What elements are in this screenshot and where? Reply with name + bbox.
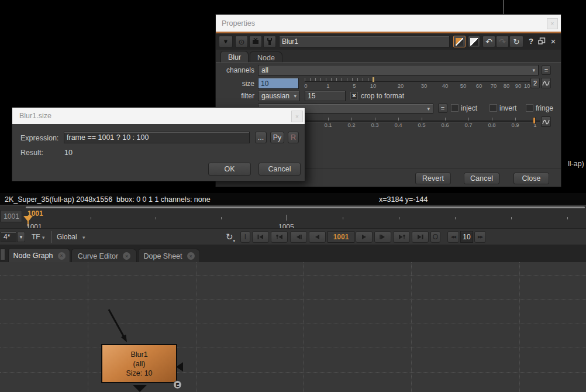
size-tick-label: 10 xyxy=(370,82,377,89)
node-color-swatch[interactable] xyxy=(453,36,466,47)
mask-equals-button[interactable]: = xyxy=(438,104,447,113)
tab-close-icon[interactable]: × xyxy=(187,252,195,260)
properties-close-button[interactable]: × xyxy=(547,18,558,29)
tab-blur-label: Blur xyxy=(228,53,241,61)
tab-dope-sheet-label: Dope Sheet xyxy=(143,252,182,260)
redo-button[interactable]: ↷ xyxy=(496,36,509,47)
dialog-close-button[interactable]: × xyxy=(291,111,303,122)
timeline-scrollbar[interactable] xyxy=(26,207,585,208)
viewer-format-overlay: ll-ap) xyxy=(568,160,584,168)
gl-color-swatch[interactable] xyxy=(468,36,480,47)
mix-tick-label: 0.8 xyxy=(488,122,495,128)
frame-range-in-button[interactable]: I xyxy=(240,231,250,243)
tab-node-graph-label: Node Graph xyxy=(13,252,53,260)
timeline-current-frame-box[interactable]: 1001 xyxy=(1,210,22,222)
loop-icon: ↻ xyxy=(226,232,233,242)
tf-selector[interactable]: TF ▾ xyxy=(32,233,45,241)
frame-increment-button[interactable]: ▶▶ xyxy=(474,231,486,243)
current-frame-field[interactable]: 1001 xyxy=(328,231,354,243)
step-forward-button[interactable] xyxy=(374,231,391,243)
tab-curve-editor[interactable]: Curve Editor × xyxy=(71,249,137,263)
settings-button[interactable] xyxy=(263,36,276,47)
playback-mode-button[interactable]: ↻▾ xyxy=(226,232,235,243)
cancel-button[interactable]: Cancel xyxy=(464,173,499,184)
mix-slider-handle[interactable] xyxy=(533,117,536,124)
prev-keyframe-button[interactable] xyxy=(271,231,288,243)
cancel-label: Cancel xyxy=(470,174,493,183)
timeline-track[interactable]: 1001 1001 1005 xyxy=(26,209,586,228)
size-samples-button[interactable]: 2 xyxy=(530,78,540,88)
browse-expression-button[interactable]: ... xyxy=(255,132,267,143)
help-button[interactable]: ? xyxy=(526,37,536,46)
frame-increment-field[interactable]: 10 xyxy=(460,231,473,243)
size-tick-label: 90 xyxy=(515,82,522,89)
play-forward-button[interactable] xyxy=(356,231,373,243)
tab-blur[interactable]: Blur xyxy=(220,51,249,63)
frame-decrement-button[interactable]: ◀◀ xyxy=(447,231,459,243)
revert-icon: ↻ xyxy=(513,37,520,46)
float-panel-button[interactable] xyxy=(538,37,546,46)
channels-dropdown[interactable]: all ▾ xyxy=(258,65,539,75)
viewer-attach-button[interactable] xyxy=(249,36,262,47)
tab-close-icon[interactable]: × xyxy=(123,252,130,260)
checkmark-icon: × xyxy=(352,92,356,99)
step-back-button[interactable] xyxy=(290,231,307,243)
inject-checkbox[interactable] xyxy=(451,104,459,112)
size-tick-label: 20 xyxy=(398,82,404,89)
panel-close-button[interactable]: × xyxy=(549,36,557,46)
inject-label: inject xyxy=(461,104,477,112)
help-icon: ? xyxy=(529,37,533,46)
undo-button[interactable]: ↶ xyxy=(482,36,495,47)
timeline-tick xyxy=(156,217,156,219)
node-name-field[interactable]: Blur1 xyxy=(279,36,450,47)
tab-node-label: Node xyxy=(257,54,275,62)
blur1-node[interactable]: Blur1 (all) Size: 10 xyxy=(101,344,177,383)
tab-close-icon[interactable]: × xyxy=(58,252,66,260)
filter-size-input[interactable]: 15 xyxy=(305,91,346,101)
node-menu-button[interactable]: ▼ xyxy=(219,36,233,47)
pane-menu-button[interactable] xyxy=(0,249,5,260)
filter-dropdown[interactable]: gaussian ▾ xyxy=(258,91,300,101)
timeline-zoom-value: 4* xyxy=(4,233,10,241)
close-button[interactable]: Close xyxy=(513,173,549,184)
prev-keyframe-icon xyxy=(275,234,284,240)
dialog-titlebar[interactable]: Blur1.size xyxy=(12,108,305,124)
revert-button-icon[interactable]: ↻ xyxy=(509,36,523,47)
goto-end-button[interactable] xyxy=(412,231,429,243)
mix-animation-button[interactable] xyxy=(541,116,551,127)
timeline-zoom-dropdown[interactable]: ▾ xyxy=(17,232,25,242)
range-selector[interactable]: Global ▾ xyxy=(57,233,85,241)
frame-range-out-button[interactable]: O xyxy=(430,231,440,243)
revert-button[interactable]: Revert xyxy=(415,173,451,184)
dialog-cancel-button[interactable]: Cancel xyxy=(258,163,301,176)
node-name-value: Blur1 xyxy=(282,37,298,46)
tab-dope-sheet[interactable]: Dope Sheet × xyxy=(138,249,200,263)
mix-tick xyxy=(515,118,516,121)
center-node-button[interactable]: ⊙ xyxy=(235,36,248,47)
size-input[interactable]: 10 xyxy=(258,78,299,89)
filter-value: gaussian xyxy=(261,92,289,100)
ok-button[interactable]: OK xyxy=(208,163,251,176)
python-button[interactable]: Py xyxy=(270,132,284,143)
properties-titlebar[interactable]: Properties xyxy=(216,15,561,32)
size-label: size xyxy=(242,80,254,88)
next-keyframe-button[interactable] xyxy=(393,231,410,243)
play-backward-button[interactable] xyxy=(309,231,326,243)
fringe-checkbox[interactable] xyxy=(526,104,533,112)
step-forward-icon xyxy=(379,234,387,240)
crop-checkbox[interactable]: × xyxy=(350,92,358,99)
size-slider[interactable]: 0 1 5 10 20 30 40 50 60 70 80 90 100 xyxy=(305,78,530,89)
mix-slider[interactable]: 0.1 0.2 0.3 0.4 0.5 0.6 0.7 0.8 0.9 1 xyxy=(287,116,540,128)
timeline-zoom-box[interactable]: 4* xyxy=(1,232,16,242)
filter-size-value: 15 xyxy=(308,92,315,100)
size-animation-button[interactable] xyxy=(541,78,551,88)
monitor-icon xyxy=(251,38,260,45)
tab-node-graph[interactable]: Node Graph × xyxy=(8,248,70,263)
tab-node[interactable]: Node xyxy=(250,51,282,63)
r-button[interactable]: R xyxy=(288,132,299,143)
invert-checkbox[interactable] xyxy=(490,104,497,112)
tab-strip-line xyxy=(216,62,561,63)
channels-equals-button[interactable]: = xyxy=(542,66,551,75)
expression-input[interactable]: frame == 1001 ? 10 : 100 xyxy=(64,132,250,143)
goto-start-button[interactable] xyxy=(252,231,269,243)
